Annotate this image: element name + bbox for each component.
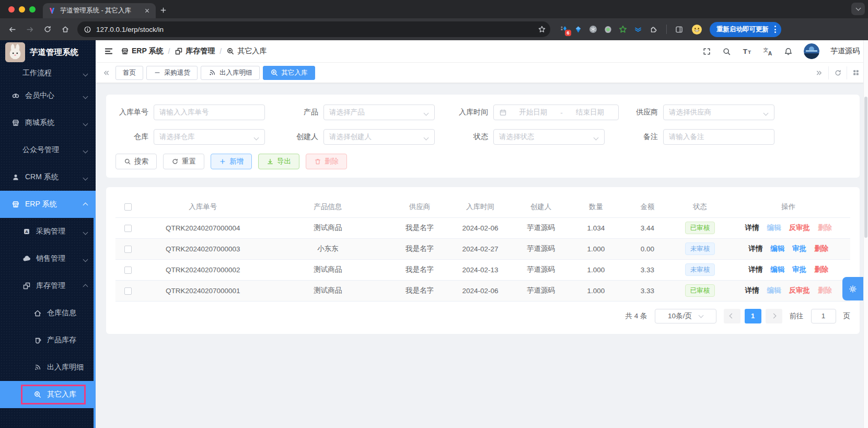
sidebar-item-stock[interactable]: 库存管理 <box>0 272 96 299</box>
extension-snowflake-icon[interactable] <box>589 25 597 33</box>
extension-proxy-icon[interactable] <box>604 26 612 33</box>
sidebar-item-member-center[interactable]: 会员中心 <box>0 82 96 109</box>
sidebar-item-stock-in[interactable]: 其它入库 <box>0 381 96 408</box>
extensions-puzzle-icon[interactable] <box>649 25 657 33</box>
theme-settings-button[interactable] <box>842 277 863 300</box>
row-action-删除[interactable]: 删除 <box>814 244 828 253</box>
tab-首页[interactable]: 首页 <box>115 66 143 80</box>
tab-search-button[interactable] <box>851 3 865 15</box>
add-button[interactable]: 新增 <box>211 154 252 169</box>
forward-icon[interactable] <box>22 21 38 37</box>
extension-layers-icon[interactable] <box>634 25 642 33</box>
row-action-删除[interactable]: 删除 <box>818 286 832 295</box>
tab-close-icon[interactable] <box>144 7 151 14</box>
row-action-详情[interactable]: 详情 <box>745 286 759 295</box>
sidebar-item-official-account[interactable]: 公众号管理 <box>0 136 96 164</box>
sidebar-item-purchase[interactable]: A采购管理 <box>0 218 96 245</box>
delete-button[interactable]: 删除 <box>306 154 347 169</box>
sidebar-item-workflow[interactable]: 工作流程 <box>0 64 96 82</box>
extension-star-icon[interactable] <box>619 25 627 33</box>
status-select[interactable]: 请选择状态 <box>493 129 605 145</box>
product-select[interactable]: 请选择产品 <box>323 105 435 120</box>
scrollbar-thumb[interactable] <box>864 97 867 238</box>
window-minimize-button[interactable] <box>19 6 25 13</box>
breadcrumb-item[interactable]: 库存管理 <box>175 47 215 56</box>
next-page-button[interactable] <box>766 309 782 323</box>
fullscreen-icon[interactable] <box>702 47 711 56</box>
row-action-审批[interactable]: 审批 <box>792 244 806 253</box>
translate-icon[interactable]: 文A <box>763 47 773 56</box>
font-size-icon[interactable]: TT <box>742 47 752 56</box>
supplier-select[interactable]: 请选择供应商 <box>663 105 774 120</box>
refresh-page-icon[interactable] <box>828 66 847 79</box>
row-action-编辑[interactable]: 编辑 <box>770 244 784 253</box>
row-checkbox[interactable] <box>124 246 132 253</box>
browser-tab[interactable]: 芋道管理系统 - 其它入库 <box>43 3 156 18</box>
collapse-menu-icon[interactable] <box>104 47 113 56</box>
sidebar-item-stock-record[interactable]: 出入库明细 <box>0 354 96 381</box>
warehouse-select[interactable]: 请选择仓库 <box>154 129 265 145</box>
page-1-button[interactable]: 1 <box>745 309 761 323</box>
notification-bell-icon[interactable] <box>784 47 793 56</box>
search-icon[interactable] <box>722 47 731 56</box>
home-icon[interactable] <box>57 21 73 37</box>
window-close-button[interactable] <box>8 6 15 13</box>
profile-avatar-icon[interactable] <box>689 21 704 37</box>
row-action-反审批[interactable]: 反审批 <box>789 286 811 295</box>
order-no-input[interactable]: 请输入入库单号 <box>154 105 265 120</box>
sidebar-item-sales[interactable]: 销售管理 <box>0 245 96 272</box>
sidebar-item-erp-system[interactable]: ERP 系统 <box>0 191 96 218</box>
sidebar-item-crm-system[interactable]: CRM 系统 <box>0 164 96 191</box>
row-action-删除[interactable]: 删除 <box>814 265 828 274</box>
in-time-daterange[interactable]: 开始日期-结束日期 <box>493 105 619 120</box>
row-checkbox[interactable] <box>124 287 132 295</box>
row-checkbox[interactable] <box>124 267 132 274</box>
sidebar-item-mall-system[interactable]: 商城系统 <box>0 109 96 136</box>
sidebar-item-warehouse-info[interactable]: 仓库信息 <box>0 299 96 327</box>
window-zoom-button[interactable] <box>29 6 36 13</box>
page-size-select[interactable]: 10条/页 <box>655 309 716 323</box>
export-button[interactable]: 导出 <box>258 154 299 169</box>
row-action-详情[interactable]: 详情 <box>748 244 762 253</box>
search-button[interactable]: 搜索 <box>115 154 157 169</box>
row-action-反审批[interactable]: 反审批 <box>789 223 811 233</box>
app-logo[interactable]: 芋道管理系统 <box>0 40 96 64</box>
prev-page-button[interactable] <box>724 309 740 323</box>
row-action-删除[interactable]: 删除 <box>818 223 832 233</box>
row-action-编辑[interactable]: 编辑 <box>767 223 781 233</box>
tags-scroll-right-icon[interactable] <box>810 66 828 79</box>
select-all-checkbox[interactable] <box>124 203 132 211</box>
creator-select[interactable]: 请选择创建人 <box>323 129 435 145</box>
new-tab-button[interactable] <box>156 3 170 17</box>
breadcrumb-item[interactable]: ERP 系统 <box>121 47 163 56</box>
layout-grid-icon[interactable] <box>847 66 865 79</box>
bookmark-star-icon[interactable] <box>538 25 546 33</box>
tab-采购退货[interactable]: 采购退货 <box>146 66 198 80</box>
browser-menu-icon[interactable] <box>772 26 778 33</box>
tags-scroll-left-icon[interactable] <box>100 69 112 77</box>
row-action-详情[interactable]: 详情 <box>748 265 762 274</box>
tab-其它入库[interactable]: 其它入库 <box>263 66 315 80</box>
user-avatar[interactable] <box>804 43 819 59</box>
tab-出入库明细[interactable]: 出入库明细 <box>201 66 260 80</box>
back-icon[interactable] <box>4 21 20 37</box>
row-action-审批[interactable]: 审批 <box>792 265 806 274</box>
reload-icon[interactable] <box>40 21 55 37</box>
row-action-编辑[interactable]: 编辑 <box>770 265 784 274</box>
site-info-icon[interactable] <box>84 26 91 33</box>
browser-update-button[interactable]: 重新启动即可更新 <box>710 22 781 37</box>
row-action-编辑[interactable]: 编辑 <box>767 286 781 295</box>
sidebar-item-product-stock[interactable]: 产品库存 <box>0 327 96 354</box>
side-panel-icon[interactable] <box>671 21 687 37</box>
goto-page-input[interactable] <box>811 309 836 323</box>
extension-kite-icon[interactable] <box>574 26 582 33</box>
breadcrumb-item[interactable]: 其它入库 <box>226 47 267 56</box>
page-scrollbar[interactable] <box>863 40 868 428</box>
extension-devtools-icon[interactable]: 6 <box>559 25 568 33</box>
address-bar[interactable]: 127.0.0.1/erp/stock/in <box>77 21 550 37</box>
row-action-详情[interactable]: 详情 <box>745 223 759 233</box>
reset-button[interactable]: 重置 <box>163 154 204 169</box>
remark-input[interactable]: 请输入备注 <box>663 129 774 145</box>
row-checkbox[interactable] <box>124 225 132 232</box>
chevron-down-icon <box>763 110 769 115</box>
